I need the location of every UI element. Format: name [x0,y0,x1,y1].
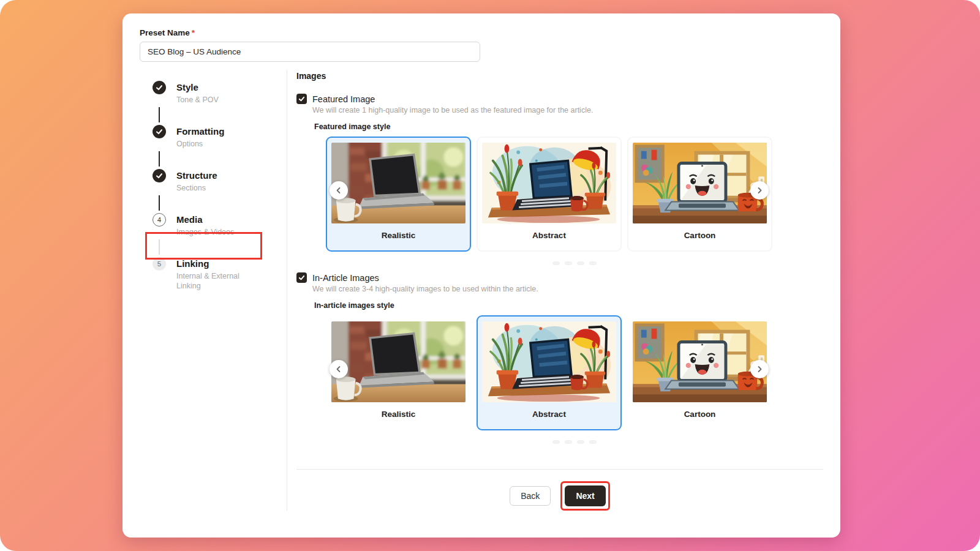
chevron-left-icon [335,187,342,194]
step-connector [159,195,160,211]
step-connector [159,151,160,167]
style-option-label: Cartoon [633,403,767,429]
stepper-step-media[interactable]: 4 Media Images & Videos [153,213,287,237]
carousel-pagination [326,440,823,444]
step-circle-current: 4 [153,213,166,227]
in-article-style-carousel: Realistic Abstract Cartoon [326,315,773,430]
chevron-right-icon [756,365,763,373]
check-icon [155,127,164,136]
step-title: Structure [176,170,217,181]
realistic-style-image [331,142,466,224]
pagination-dot[interactable] [589,440,597,444]
pagination-dot[interactable] [565,261,572,265]
images-heading: Images [296,71,823,81]
style-option-label: Realistic [331,403,466,429]
step-circle-completed [153,169,166,182]
step-circle-upcoming: 5 [153,257,166,271]
wizard-footer: Back Next [296,481,823,511]
in-article-images-section: In-Article Images We will create 3-4 hig… [296,272,823,444]
in-article-images-checkbox[interactable] [296,272,307,283]
in-article-images-description: We will create 3-4 high-quality images t… [312,285,823,293]
media-step-panel: Images Featured Image We will create 1 h… [287,70,823,511]
style-option-abstract[interactable]: Abstract [477,315,622,430]
in-article-images-label[interactable]: In-Article Images [312,273,379,283]
featured-image-style-label: Featured image style [314,122,823,131]
style-option-realistic[interactable]: Realistic [326,315,471,430]
style-option-label: Abstract [482,403,616,429]
step-subtitle: Tone & POV [176,95,219,105]
featured-image-checkbox[interactable] [296,94,307,104]
step-connector [159,239,160,255]
featured-style-carousel: Realistic Abstract Cartoon [326,137,773,252]
check-icon [155,83,164,92]
required-asterisk: * [192,28,195,37]
check-icon [298,274,306,282]
style-option-label: Abstract [482,224,616,250]
realistic-style-image [331,321,466,403]
step-circle-completed [153,81,166,94]
stepper-step-formatting[interactable]: Formatting Options [153,125,287,149]
carousel-pagination [326,261,823,265]
style-option-realistic[interactable]: Realistic [326,137,471,252]
style-option-label: Cartoon [633,224,767,250]
pagination-dot[interactable] [577,440,584,444]
preset-name-label: Preset Name* [140,28,823,37]
style-option-abstract[interactable]: Abstract [477,137,622,252]
carousel-prev-button[interactable] [330,360,348,378]
cartoon-style-image [633,142,767,224]
pagination-dot[interactable] [589,261,597,265]
next-button-annotation: Next [560,481,609,511]
step-subtitle: Internal & External Linking [176,271,253,291]
carousel-next-button[interactable] [750,360,769,378]
wizard-stepper: Style Tone & POV Formatting Options [140,70,287,511]
pagination-dot[interactable] [565,440,572,444]
pagination-dot[interactable] [577,261,584,265]
abstract-style-image [482,142,616,224]
preset-name-label-text: Preset Name [140,28,190,37]
chevron-right-icon [756,187,763,194]
stepper-step-structure[interactable]: Structure Sections [153,169,287,193]
chevron-left-icon [335,365,342,373]
style-option-label: Realistic [331,224,466,250]
step-subtitle: Sections [176,183,217,193]
pagination-dot[interactable] [552,261,560,265]
step-title: Formatting [176,126,224,137]
pagination-dot[interactable] [552,440,560,444]
step-title: Linking [176,258,253,269]
carousel-next-button[interactable] [750,181,769,200]
abstract-style-image [482,321,616,403]
check-icon [155,171,164,180]
cartoon-style-image [633,321,767,403]
step-title: Style [176,81,219,93]
step-connector [159,107,160,122]
featured-image-section: Featured Image We will create 1 high-qua… [296,94,823,265]
footer-divider [296,469,823,470]
stepper-step-linking[interactable]: 5 Linking Internal & External Linking [153,257,287,291]
back-button[interactable]: Back [510,486,551,506]
next-button[interactable]: Next [565,485,605,506]
step-subtitle: Options [176,139,224,149]
step-subtitle: Images & Videos [176,227,234,237]
step-title: Media [176,214,234,225]
page: Preset Name* Style Tone & POV Formatting [0,0,980,551]
carousel-prev-button[interactable] [330,181,348,200]
featured-image-label[interactable]: Featured Image [312,94,375,104]
step-circle-completed [153,125,166,138]
check-icon [298,95,306,103]
featured-image-description: We will create 1 high-quality image to b… [312,106,823,114]
in-article-style-label: In-article images style [314,301,823,310]
stepper-step-style[interactable]: Style Tone & POV [153,81,287,105]
preset-name-input[interactable] [140,42,480,62]
preset-wizard-card: Preset Name* Style Tone & POV Formatting [123,13,840,538]
